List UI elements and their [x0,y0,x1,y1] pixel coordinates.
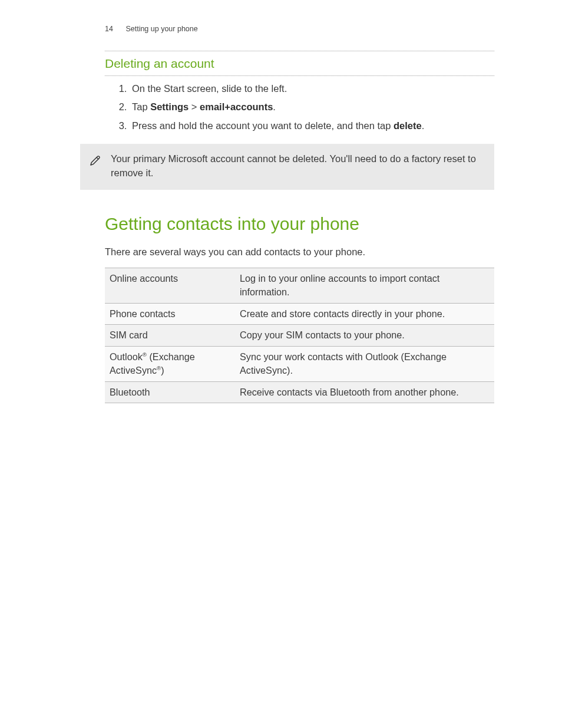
step-text: On the Start screen, slide to the left. [132,83,287,94]
step-item: Press and hold the account you want to d… [130,119,494,133]
cell-description: Sync your work contacts with Outlook (Ex… [235,346,494,381]
note-callout: Your primary Microsoft account cannot be… [80,144,494,190]
note-text: Your primary Microsoft account cannot be… [111,153,476,178]
table-row: Bluetooth Receive contacts via Bluetooth… [105,381,494,403]
page-number: 14 [105,25,113,33]
label-part: ) [161,365,164,375]
chapter-title: Setting up your phone [125,25,197,33]
main-heading: Getting contacts into your phone [105,211,494,237]
running-header: 14 Setting up your phone [105,24,494,34]
registered-mark: ® [143,351,147,357]
cell-method: Bluetooth [105,381,235,403]
step-text: Press and hold the account you want to d… [132,120,394,131]
cell-method: Online accounts [105,268,235,303]
table-row: Online accounts Log in to your online ac… [105,268,494,303]
label-part: Outlook [110,351,143,362]
section-heading: Deleting an account [105,55,494,73]
divider-dotted [105,75,494,76]
ui-label: email+accounts [200,101,273,112]
step-text: . [422,120,425,131]
step-text: > [189,101,200,112]
cell-description: Log in to your online accounts to import… [235,268,494,303]
steps-list: On the Start screen, slide to the left. … [105,82,494,134]
document-page: 14 Setting up your phone Deleting an acc… [0,0,562,728]
cell-method: Outlook® (Exchange ActiveSync®) [105,346,235,381]
cell-method: Phone contacts [105,303,235,324]
divider-dotted [105,51,494,51]
contacts-methods-table: Online accounts Log in to your online ac… [105,268,494,403]
ui-label: Settings [150,101,189,112]
step-item: On the Start screen, slide to the left. [130,82,494,96]
table-row: SIM card Copy your SIM contacts to your … [105,325,494,346]
intro-paragraph: There are several ways you can add conta… [105,245,494,259]
pencil-icon [88,153,103,172]
table-row: Phone contacts Create and store contacts… [105,303,494,324]
table-row: Outlook® (Exchange ActiveSync®) Sync you… [105,346,494,381]
step-text: Tap [132,101,150,112]
step-item: Tap Settings > email+accounts. [130,100,494,114]
ui-label: delete [394,120,422,131]
cell-description: Copy your SIM contacts to your phone. [235,325,494,346]
step-text: . [273,101,276,112]
cell-method: SIM card [105,325,235,346]
cell-description: Create and store contacts directly in yo… [235,303,494,324]
cell-description: Receive contacts via Bluetooth from anot… [235,381,494,403]
